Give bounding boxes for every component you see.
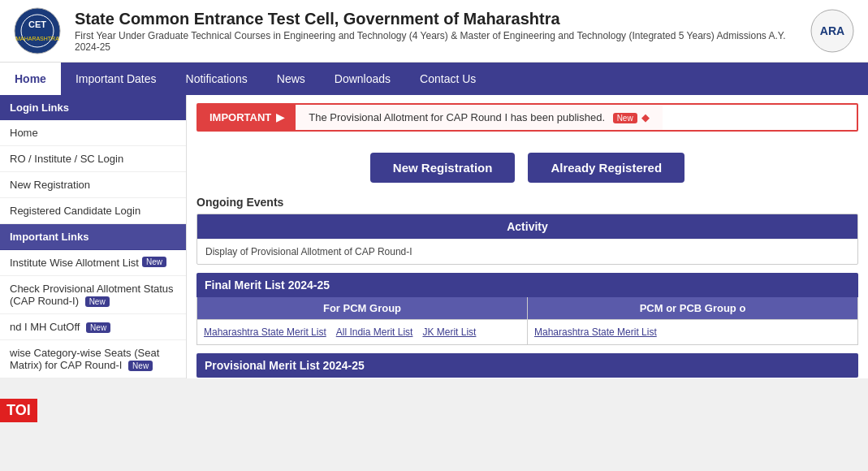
new-registration-button[interactable]: New Registration [370,153,516,183]
nav-home[interactable]: Home [0,63,61,95]
main-layout: Login Links Home RO / Institute / SC Log… [0,95,868,378]
sidebar-group-important-links: Important Links [0,224,186,250]
sidebar-item-cutoff[interactable]: nd I MH CutOff New [0,314,186,340]
navbar: Home Important Dates Notifications News … [0,63,868,95]
important-label: IMPORTANT [198,105,296,130]
main-content: IMPORTANT The Provisional Allotment for … [187,95,868,378]
ara-logo: ARA [810,9,855,54]
sidebar-group-login-links: Login Links [0,95,186,120]
new-badge-4: New [128,361,153,371]
important-new-badge: New [613,113,637,123]
site-subtitle: First Year Under Graduate Technical Cour… [75,30,797,53]
already-registered-button[interactable]: Already Registered [528,153,684,183]
activity-header: Activity [197,214,857,239]
maharashtra-state-merit-link-2[interactable]: Maharashtra State Merit List [531,325,660,339]
nav-important-dates[interactable]: Important Dates [61,63,171,95]
diamond-icon: ◆ [641,111,650,123]
merit-col-pcm-links: Maharashtra State Merit List All India M… [197,320,527,344]
svg-text:ARA: ARA [820,24,844,37]
sidebar-item-ro-login[interactable]: RO / Institute / SC Login [0,146,186,172]
header-text-block: State Common Entrance Test Cell, Governm… [75,10,797,53]
page-header: CET MAHARASHTRA State Common Entrance Te… [0,0,868,63]
provisional-merit-header: Provisional Merit List 2024-25 [196,353,858,378]
new-badge-1: New [142,257,166,267]
merit-columns: For PCM Group Maharashtra State Merit Li… [197,297,857,344]
sidebar-item-allotment-list[interactable]: Institute Wise Allotment List New [0,250,186,276]
new-badge-3: New [86,322,110,333]
maharashtra-state-merit-link[interactable]: Maharashtra State Merit List [201,325,330,339]
ongoing-events-title: Ongoing Events [187,191,868,214]
final-merit-header: Final Merit List 2024-25 [196,273,858,297]
important-banner: IMPORTANT The Provisional Allotment for … [196,103,858,132]
merit-col-pcm-header: For PCM Group [197,297,527,320]
all-india-merit-link[interactable]: All India Merit List [333,325,417,339]
site-title: State Common Entrance Test Cell, Governm… [75,10,797,28]
sidebar-item-seat-matrix[interactable]: wise Category-wise Seats (Seat Matrix) f… [0,340,186,378]
svg-text:CET: CET [28,19,46,29]
final-merit-section: Final Merit List 2024-25 For PCM Group M… [196,273,858,345]
sidebar-item-registered-login[interactable]: Registered Candidate Login [0,198,186,224]
nav-contact[interactable]: Contact Us [405,63,490,95]
important-text: The Provisional Allotment for CAP Round … [296,105,663,130]
activity-row: Display of Provisional Allotment of CAP … [197,239,857,264]
jk-merit-link[interactable]: JK Merit List [419,325,479,339]
merit-col-pcm: For PCM Group Maharashtra State Merit Li… [197,297,528,344]
nav-news[interactable]: News [262,63,320,95]
sidebar-item-home[interactable]: Home [0,120,186,146]
merit-col-pcmpcb-header: PCM or PCB Group o [528,297,857,320]
new-badge-2: New [85,296,110,307]
final-merit-table: For PCM Group Maharashtra State Merit Li… [196,297,858,345]
merit-col-pcmpcb-links: Maharashtra State Merit List [528,320,857,344]
sidebar-item-check-provisional[interactable]: Check Provisional Allotment Status (CAP … [0,276,186,314]
registration-buttons: New Registration Already Registered [187,140,868,191]
merit-col-pcmpcb: PCM or PCB Group o Maharashtra State Mer… [528,297,857,344]
activity-table: Activity Display of Provisional Allotmen… [196,214,858,265]
nav-notifications[interactable]: Notifications [171,63,262,95]
sidebar: Login Links Home RO / Institute / SC Log… [0,95,187,378]
cet-logo: CET MAHARASHTRA [13,6,62,55]
svg-text:MAHARASHTRA: MAHARASHTRA [15,36,59,41]
sidebar-item-new-registration[interactable]: New Registration [0,172,186,198]
nav-downloads[interactable]: Downloads [320,63,405,95]
